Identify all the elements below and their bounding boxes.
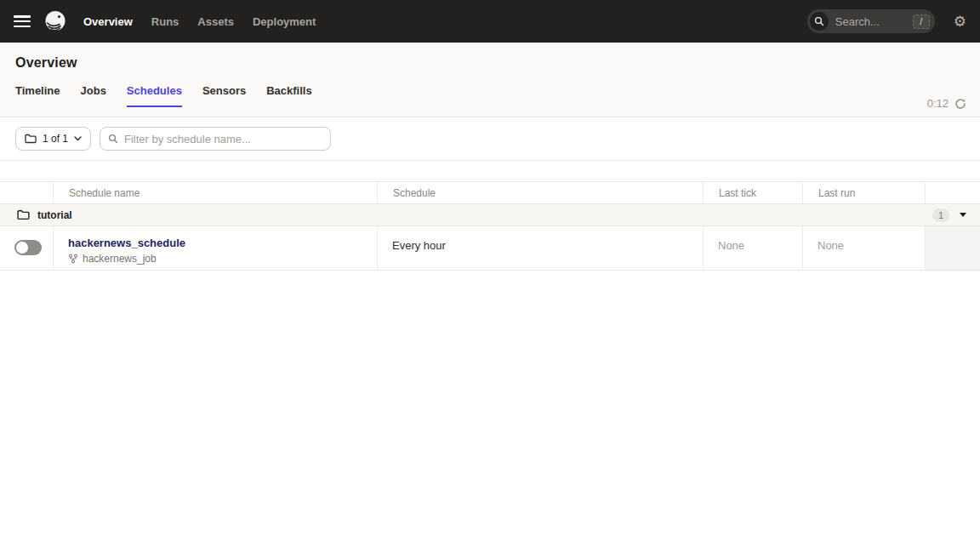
- job-graph-icon: [68, 254, 78, 264]
- main-nav: Overview Runs Assets Deployment: [83, 15, 316, 28]
- col-last-tick: Last tick: [703, 182, 802, 203]
- group-name: tutorial: [37, 209, 72, 221]
- schedule-enabled-toggle[interactable]: [14, 240, 42, 255]
- repo-selector-label: 1 of 1: [43, 133, 68, 145]
- folder-icon: [25, 134, 37, 144]
- chevron-down-icon: [74, 136, 82, 141]
- schedule-filter-input[interactable]: [124, 133, 322, 145]
- settings-gear-icon[interactable]: ⚙: [954, 14, 966, 29]
- search-shortcut-key: /: [913, 14, 930, 29]
- spacer: [0, 161, 980, 181]
- schedule-cron: Every hour: [392, 235, 703, 252]
- tab-backfills[interactable]: Backfills: [266, 84, 311, 107]
- tab-timeline[interactable]: Timeline: [15, 84, 60, 107]
- group-row-tutorial[interactable]: tutorial 1: [0, 204, 980, 226]
- tab-schedules[interactable]: Schedules: [127, 84, 182, 107]
- nav-item-overview[interactable]: Overview: [83, 15, 133, 28]
- col-toggle: [0, 182, 53, 203]
- row-actions-cell: [925, 226, 980, 270]
- col-actions: [925, 182, 980, 203]
- overview-tabs: Timeline Jobs Schedules Sensors Backfill…: [15, 84, 965, 107]
- schedules-table: Schedule name Schedule Last tick Last ru…: [0, 181, 980, 271]
- group-count-badge: 1: [932, 208, 949, 222]
- search-icon: [810, 12, 829, 31]
- col-schedule: Schedule: [377, 182, 703, 203]
- page-header: Overview Timeline Jobs Schedules Sensors…: [0, 43, 980, 117]
- col-schedule-name: Schedule name: [53, 182, 377, 203]
- refresh-icon[interactable]: [954, 98, 966, 110]
- nav-item-runs[interactable]: Runs: [151, 15, 179, 28]
- last-tick-value: None: [718, 235, 802, 252]
- schedule-name-link[interactable]: hackernews_schedule: [68, 237, 185, 249]
- tab-sensors[interactable]: Sensors: [202, 84, 246, 107]
- search-icon: [108, 134, 118, 144]
- toggle-knob: [16, 242, 28, 254]
- dagster-logo-icon[interactable]: [43, 9, 68, 34]
- collapse-caret-icon[interactable]: [960, 213, 966, 217]
- folder-icon: [17, 209, 30, 220]
- top-nav: Overview Runs Assets Deployment Search..…: [0, 0, 980, 43]
- repo-selector-dropdown[interactable]: 1 of 1: [15, 127, 91, 151]
- hamburger-menu-icon[interactable]: [14, 15, 31, 27]
- page-title: Overview: [15, 55, 965, 71]
- schedule-filter-field: [100, 127, 331, 151]
- refresh-countdown: 0:12: [927, 97, 949, 110]
- nav-item-assets[interactable]: Assets: [197, 15, 234, 28]
- global-search-placeholder: Search...: [835, 15, 913, 28]
- table-row: hackernews_schedule hackernews_job Every…: [0, 226, 980, 271]
- last-run-value: None: [818, 235, 925, 252]
- col-last-run: Last run: [802, 182, 925, 203]
- nav-item-deployment[interactable]: Deployment: [253, 15, 316, 28]
- tab-jobs[interactable]: Jobs: [81, 84, 106, 107]
- job-name[interactable]: hackernews_job: [83, 253, 157, 265]
- filter-bar: 1 of 1: [0, 117, 980, 161]
- global-search[interactable]: Search... /: [807, 9, 935, 33]
- table-header-row: Schedule name Schedule Last tick Last ru…: [0, 182, 980, 204]
